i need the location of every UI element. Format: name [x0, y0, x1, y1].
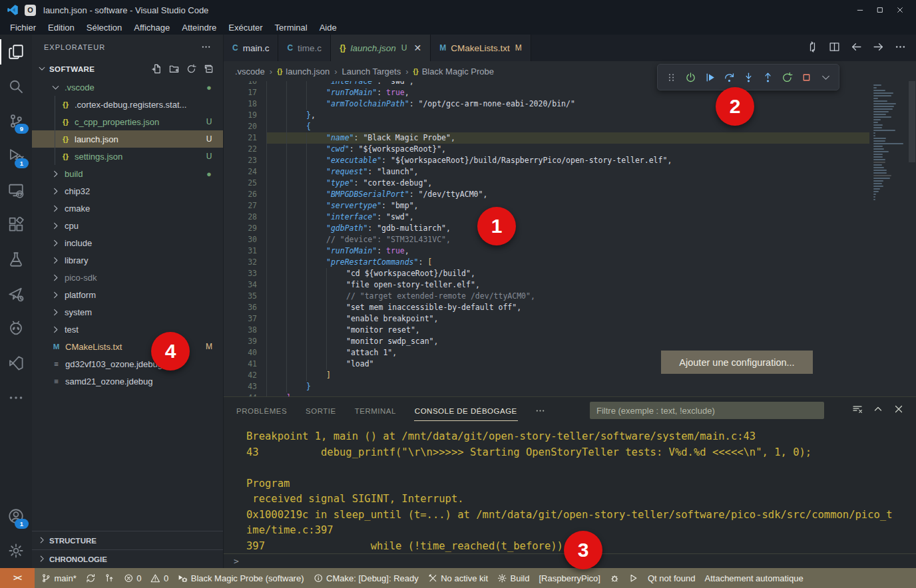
menu-item-atteindre[interactable]: Atteindre: [176, 22, 222, 33]
status-git-action[interactable]: [100, 568, 119, 588]
tree-item-test[interactable]: test: [32, 321, 223, 338]
menu-item-edition[interactable]: Edition: [42, 22, 81, 33]
restart-button[interactable]: [778, 69, 796, 86]
panel-tab-console-de-d-bogage[interactable]: CONSOLE DE DÉBOGAGE: [414, 400, 518, 421]
panel-tab-sortie[interactable]: SORTIE: [305, 400, 337, 421]
code-line-39[interactable]: 39"monitor swdp_scan",: [224, 336, 869, 347]
close-icon[interactable]: ✕: [413, 43, 421, 53]
tree-item-platform[interactable]: platform: [32, 286, 223, 303]
status-cmake-status[interactable]: CMake: [Debug]: Ready: [309, 568, 423, 588]
section-structure[interactable]: STRUCTURE: [32, 531, 223, 549]
code-line-23[interactable]: 23"executable": "${workspaceRoot}/build/…: [224, 155, 869, 166]
tree-item-samd21-ozone-jdebug[interactable]: ≡samd21_ozone.jdebug: [32, 372, 223, 390]
tree-item-cortex-debug-registers-stat[interactable]: {}.cortex-debug.registers.stat...: [32, 96, 223, 113]
tree-item-cpu[interactable]: cpu: [32, 217, 223, 234]
code-line-32[interactable]: 32"preRestartCommands": [: [224, 257, 869, 268]
breadcrumb-item-launch-json[interactable]: {}launch.json: [277, 67, 330, 76]
code-line-37[interactable]: 37"enable breakpoint",: [224, 313, 869, 325]
tree-item-cmake[interactable]: cmake: [32, 200, 223, 217]
activity-beaker[interactable]: [0, 242, 32, 277]
activity-remote-explorer[interactable]: [0, 173, 32, 208]
code-line-25[interactable]: 25"type": "cortex-debug",: [224, 178, 869, 189]
menu-item-fichier[interactable]: Fichier: [4, 22, 42, 33]
code-line-18[interactable]: 18"armToolchainPath": "/opt/gcc-arm-none…: [224, 98, 869, 110]
tree-item-build[interactable]: build●: [32, 165, 223, 182]
explorer-action-collapse-icon[interactable]: [204, 64, 214, 75]
panel-clear-filter-icon[interactable]: [852, 404, 863, 417]
activity-search[interactable]: [0, 69, 32, 104]
panel-tab-probl-mes[interactable]: PROBLÈMES: [236, 400, 288, 421]
status-cmake-kit[interactable]: No active kit: [423, 568, 493, 588]
activity-files[interactable]: [0, 35, 32, 69]
code-content[interactable]: 16"interface": "swd",17"runToMain": true…: [224, 81, 869, 396]
tree-item-pico-sdk[interactable]: pico-sdk: [32, 269, 223, 286]
workspace-section-header[interactable]: SOFTWARE: [32, 60, 223, 78]
status-debug-button[interactable]: [605, 568, 624, 588]
sidebar-more-icon[interactable]: [201, 42, 211, 53]
minimap[interactable]: [869, 81, 908, 396]
tab-time-c[interactable]: Ctime.c: [278, 35, 331, 61]
panel-close-icon[interactable]: [893, 404, 904, 417]
breadcrumb-item-launch-targets[interactable]: Launch Targets: [342, 67, 401, 76]
panel-tab-terminal[interactable]: TERMINAL: [354, 400, 397, 421]
close-button[interactable]: [891, 2, 909, 18]
editor-scrollbar[interactable]: [908, 81, 916, 396]
status-build-target[interactable]: [RaspberryPico]: [534, 568, 604, 588]
editor-action-arrow-right-icon[interactable]: [873, 41, 884, 55]
tree-item-vscode[interactable]: .vscode●: [32, 78, 223, 96]
tree-item-c-cpp-properties-json[interactable]: {}c_cpp_properties.jsonU: [32, 113, 223, 130]
tree-item-cmakelists-txt[interactable]: MCMakeLists.txtM: [32, 338, 223, 355]
menu-item-affichage[interactable]: Affichage: [128, 22, 176, 33]
code-line-36[interactable]: 36"set mem inaccessible-by-default off",: [224, 302, 869, 313]
breadcrumb-item-vscode[interactable]: .vscode: [235, 67, 265, 76]
scrollbar-thumb[interactable]: [909, 81, 915, 162]
step-into-button[interactable]: [740, 69, 757, 86]
activity-ellipsis[interactable]: [0, 380, 32, 415]
tree-item-library[interactable]: library: [32, 251, 223, 269]
activity-send-wrench[interactable]: [0, 277, 32, 311]
code-line-35[interactable]: 35// "target extended-remote /dev/ttyACM…: [224, 291, 869, 302]
code-line-43[interactable]: 43}: [224, 381, 869, 392]
tab-main-c[interactable]: Cmain.c: [224, 35, 278, 61]
tab-launch-json[interactable]: {}launch.jsonU✕: [331, 35, 431, 61]
explorer-action-new-folder-icon[interactable]: [169, 64, 179, 75]
code-line-31[interactable]: 31"runToMain": true,: [224, 245, 869, 257]
status-warnings[interactable]: 0: [146, 568, 173, 588]
activity-extensions[interactable]: [0, 208, 32, 242]
editor-action-ellipsis-icon[interactable]: [895, 41, 906, 55]
menu-item-terminal[interactable]: Terminal: [269, 22, 314, 33]
editor-action-split-icon[interactable]: [829, 41, 840, 55]
code-line-27[interactable]: 27"servertype": "bmp",: [224, 200, 869, 212]
stop-button[interactable]: [798, 69, 815, 86]
code-line-33[interactable]: 33"cd ${workspaceRoot}/build",: [224, 268, 869, 279]
code-line-34[interactable]: 34"file open-story-teller.elf",: [224, 279, 869, 291]
code-line-19[interactable]: 19},: [224, 110, 869, 121]
step-over-button[interactable]: [720, 69, 738, 86]
step-out-button[interactable]: [759, 69, 776, 86]
code-line-21[interactable]: 21"name": "Black Magic Probe",: [224, 132, 869, 144]
filter-input[interactable]: [590, 406, 824, 416]
tree-item-system[interactable]: system: [32, 303, 223, 321]
status-sync[interactable]: [81, 568, 101, 588]
status-debug-config[interactable]: Black Magic Probe (software): [173, 568, 308, 588]
code-line-26[interactable]: 26"BMPGDBSerialPort": "/dev/ttyACM0",: [224, 189, 869, 200]
editor-action-arrow-left-icon[interactable]: [851, 41, 862, 55]
status-git-branch[interactable]: main*: [37, 568, 81, 588]
code-line-38[interactable]: 38"monitor reset",: [224, 325, 869, 336]
status-remote-indicator[interactable]: ><: [0, 568, 35, 588]
activity-vs[interactable]: [0, 346, 32, 380]
tree-item-launch-json[interactable]: {}launch.jsonU: [32, 130, 223, 148]
activity-account[interactable]: 1: [0, 499, 32, 533]
explorer-action-new-file-icon[interactable]: [152, 64, 162, 75]
chevron-down-button[interactable]: [817, 69, 834, 86]
editor-action-compare-icon[interactable]: [807, 41, 818, 55]
code-line-29[interactable]: 29"gdbPath": "gdb-multiarch",: [224, 223, 869, 234]
tree-item-include[interactable]: include: [32, 234, 223, 251]
status-qt-status[interactable]: Qt not found: [643, 568, 700, 588]
menu-item-s-lection[interactable]: Sélection: [81, 22, 128, 33]
minimize-button[interactable]: [851, 2, 869, 18]
maximize-button[interactable]: [871, 2, 889, 18]
tree-item-settings-json[interactable]: {}settings.jsonU: [32, 148, 223, 165]
activity-gear[interactable]: [0, 533, 32, 568]
code-line-44[interactable]: 44]: [224, 392, 869, 396]
